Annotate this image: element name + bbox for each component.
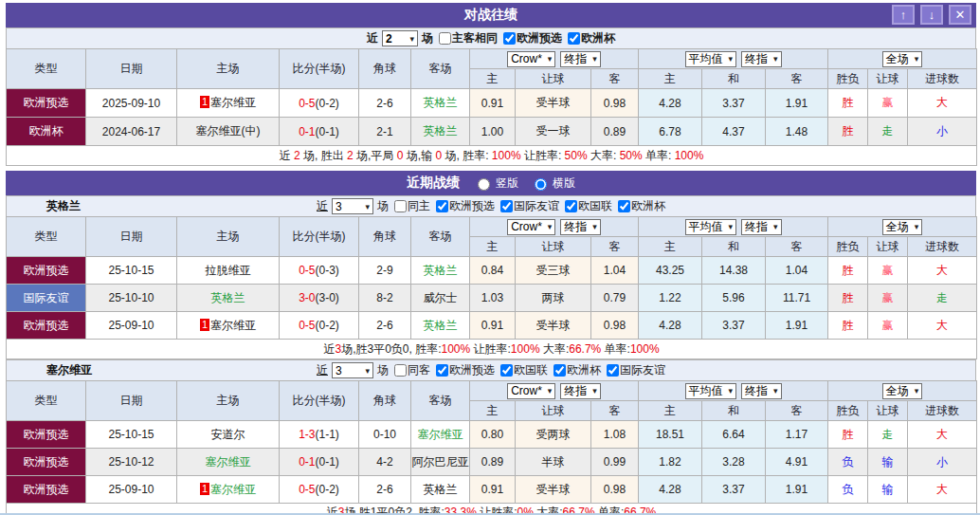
odds-group-header: Crow*▾ 终指▾ — [470, 217, 639, 237]
handicap-cell: 受半球 — [516, 312, 591, 340]
same-home-option[interactable]: 同主 — [392, 198, 430, 214]
odds-kind-select[interactable]: 终指▾ — [560, 383, 601, 399]
league-filter-option[interactable]: 欧洲预选 — [501, 30, 562, 46]
move-down-button[interactable]: ↓ — [920, 5, 943, 25]
halftime-score: (0-1) — [316, 125, 339, 138]
same-home-checkbox[interactable] — [394, 200, 407, 212]
near-label[interactable]: 近 — [317, 362, 328, 378]
odds-source-select[interactable]: Crow*▾ — [507, 219, 555, 235]
league-checkbox[interactable] — [568, 32, 580, 45]
header-row-groups: 类型 日期 主场 比分(半场) 角球 客场 Crow*▾ 终指▾ 平均值▾ 终指… — [7, 381, 977, 401]
league-cell: 欧洲杯 — [7, 118, 86, 146]
same-away-checkbox[interactable] — [394, 364, 407, 377]
chevron-down-icon: ▾ — [773, 386, 778, 395]
fulltime-score: 0-5 — [299, 319, 315, 332]
layout-option-horizontal[interactable]: 横版 — [530, 175, 575, 192]
layout-option-vertical[interactable]: 竖版 — [473, 175, 518, 192]
away-team-name: 英格兰 — [424, 319, 458, 332]
avg-away-cell: 1.91 — [766, 89, 828, 118]
league-checkbox[interactable] — [554, 364, 566, 377]
league-checkbox[interactable] — [500, 200, 513, 212]
goals-result-cell: 大 — [908, 257, 977, 285]
sub-header: 进球数 — [908, 237, 977, 257]
same-away-option[interactable]: 同客 — [392, 362, 430, 378]
games-count-select[interactable]: 3▾ — [332, 362, 373, 378]
date-cell: 25-09-10 — [86, 312, 177, 340]
league-filter-option[interactable]: 国际友谊 — [605, 362, 665, 378]
result-cell: 胜 — [828, 421, 868, 449]
games-label: 场 — [377, 362, 389, 378]
move-up-button[interactable]: ↑ — [892, 5, 915, 25]
avg-source-select[interactable]: 平均值▾ — [685, 219, 737, 235]
home-team-name: 安道尔 — [211, 428, 245, 441]
odds-source-select[interactable]: Crow*▾ — [507, 383, 555, 399]
avg-source-select[interactable]: 平均值▾ — [685, 383, 737, 399]
summary-segment: 场,胜1平0负2, 胜率: — [344, 506, 444, 515]
handicap-result-cell: 输 — [868, 476, 908, 504]
avg-home-cell: 4.28 — [639, 312, 702, 340]
away-team-cell: 英格兰 — [411, 476, 470, 504]
scope-group-header: 全场▾ — [828, 49, 977, 69]
same-venue-option[interactable]: 主客相同 — [437, 30, 498, 46]
avg-kind-select[interactable]: 终指▾ — [741, 383, 782, 399]
score-cell: 0-5(0-2) — [280, 89, 359, 118]
close-icon: ✕ — [955, 8, 966, 22]
summary-segment: 场,胜3平0负0, 胜率: — [341, 342, 441, 356]
near-label[interactable]: 近 — [317, 198, 328, 214]
avg-draw-cell: 6.64 — [702, 421, 766, 449]
league-filter-option[interactable]: 欧国联 — [563, 198, 612, 214]
home-team-cell: 塞尔维亚(中) — [177, 118, 280, 146]
avg-kind-select[interactable]: 终指▾ — [741, 51, 782, 67]
chevron-down-icon: ▾ — [773, 54, 778, 64]
league-checkbox[interactable] — [618, 200, 630, 212]
sub-header: 主 — [470, 401, 516, 421]
rank-badge: 1 — [200, 96, 209, 108]
chevron-down-icon: ▾ — [915, 222, 919, 231]
league-checkbox[interactable] — [565, 200, 577, 212]
league-checkbox[interactable] — [500, 364, 513, 377]
league-checkbox[interactable] — [607, 364, 619, 377]
games-count-select[interactable]: 3▾ — [332, 198, 373, 214]
odds-group-header: Crow*▾ 终指▾ — [470, 49, 639, 69]
league-filter-option[interactable]: 欧国联 — [499, 362, 548, 378]
avg-home-cell: 4.28 — [639, 476, 702, 504]
odds-source-select[interactable]: Crow*▾ — [507, 51, 555, 67]
games-count-select[interactable]: 2▾ — [382, 30, 418, 46]
avg-source-select[interactable]: 平均值▾ — [685, 51, 737, 67]
avg-kind-select[interactable]: 终指▾ — [741, 219, 782, 235]
league-filter-option[interactable]: 国际友谊 — [499, 198, 559, 214]
close-button[interactable]: ✕ — [949, 5, 971, 25]
league-checkbox[interactable] — [503, 32, 516, 45]
chevron-down-icon: ▾ — [548, 54, 553, 64]
h2h-table: 类型 日期 主场 比分(半场) 角球 客场 Crow*▾ 终指▾ 平均值▾ 终指… — [6, 48, 977, 166]
same-venue-checkbox[interactable] — [439, 32, 451, 45]
home-team-name: 塞尔维亚 — [206, 455, 251, 469]
away-team-name: 英格兰 — [424, 483, 458, 496]
col-header-score: 比分(半场) — [280, 381, 359, 421]
odds-kind-select[interactable]: 终指▾ — [560, 219, 601, 235]
corner-cell: 0-10 — [359, 421, 411, 449]
odds-kind-select[interactable]: 终指▾ — [560, 51, 601, 67]
fulltime-score: 0-5 — [299, 97, 315, 110]
result-cell: 胜 — [828, 118, 868, 146]
col-header-away: 客场 — [411, 381, 470, 421]
horizontal-radio[interactable] — [535, 178, 547, 191]
scope-select[interactable]: 全场▾ — [882, 51, 923, 67]
col-header-score: 比分(半场) — [280, 217, 359, 257]
league-checkbox[interactable] — [436, 200, 448, 212]
away-odds-cell: 0.98 — [591, 312, 639, 340]
league-filter-option[interactable]: 欧洲杯 — [552, 362, 601, 378]
sub-header: 客 — [766, 69, 828, 89]
scope-select[interactable]: 全场▾ — [882, 383, 923, 399]
league-filter-option[interactable]: 欧洲预选 — [434, 362, 495, 378]
col-header-away: 客场 — [411, 49, 470, 89]
league-filter-option[interactable]: 欧洲预选 — [434, 198, 495, 214]
league-filter-option[interactable]: 欧洲杯 — [616, 198, 665, 214]
vertical-radio[interactable] — [478, 178, 490, 191]
sub-header: 客 — [766, 401, 828, 421]
sub-header: 客 — [591, 69, 639, 89]
scope-select[interactable]: 全场▾ — [882, 219, 923, 235]
league-checkbox[interactable] — [436, 364, 448, 377]
away-odds-cell: 0.89 — [591, 118, 639, 146]
league-filter-option[interactable]: 欧洲杯 — [566, 30, 615, 46]
